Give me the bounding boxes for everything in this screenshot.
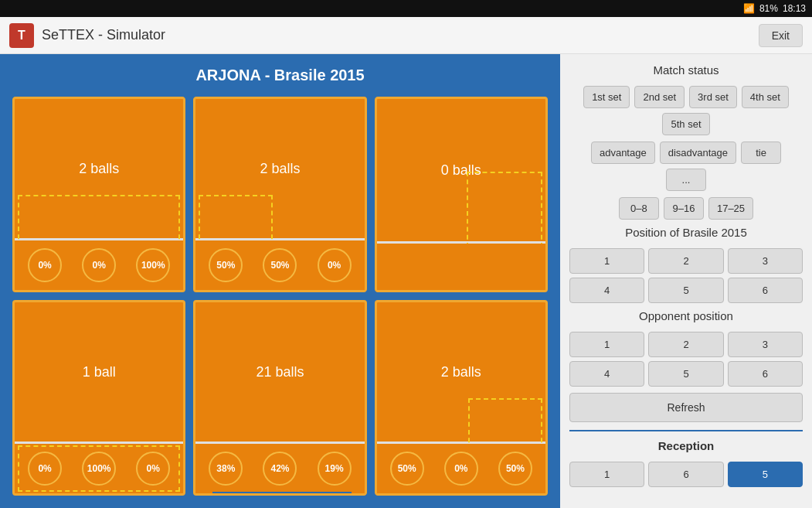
cell-6-title: 2 balls: [377, 302, 545, 442]
cell-5-pct-2: 19%: [318, 452, 352, 486]
disadvantage-button[interactable]: disadvantage: [660, 141, 736, 164]
brasile-position-grid: 1 2 3 4 5 6: [569, 248, 803, 303]
progress-bar-1: [219, 495, 280, 496]
title-bar-left: T SeTTEX - Simulator: [9, 23, 165, 48]
cell-4-pct-0: 0%: [28, 452, 62, 486]
match-status-title: Match status: [569, 63, 803, 77]
grid-container: 2 balls 0% 0% 100% 2 balls 50% 50% 0%: [12, 97, 548, 496]
brasile-pos-1[interactable]: 1: [569, 248, 644, 274]
cell-1-pct-2: 100%: [136, 248, 170, 282]
cell-3[interactable]: 0 balls: [375, 97, 548, 292]
cell-1-bottom: 0% 0% 100%: [15, 240, 183, 290]
brasile-pos-5[interactable]: 5: [648, 278, 723, 303]
status-bar: 📶 81% 18:13: [0, 0, 812, 17]
score-ranges-row: 0–8 9–16 17–25: [569, 197, 803, 220]
cell-2-pct-1: 50%: [263, 248, 297, 282]
score-17-25-button[interactable]: 17–25: [708, 197, 753, 220]
app-icon-letter: T: [18, 29, 25, 43]
reception-title: Reception: [569, 439, 803, 452]
cell-4-pct-2: 0%: [136, 452, 170, 486]
opponent-pos-5[interactable]: 5: [648, 361, 723, 387]
sets-row: 1st set 2nd set 3rd set 4th set 5th set: [569, 86, 803, 135]
score-0-8-button[interactable]: 0–8: [619, 197, 659, 220]
cell-4-title: 1 ball: [15, 302, 183, 442]
tie-button[interactable]: tie: [741, 141, 781, 164]
cell-1-pct-0: 0%: [28, 248, 62, 282]
set-5-button[interactable]: 5th set: [662, 113, 709, 135]
set-2-button[interactable]: 2nd set: [634, 86, 685, 108]
cell-6-pct-0: 50%: [390, 452, 424, 486]
cell-5-bottom: 38% 42% 19%: [195, 444, 364, 493]
divider-line: [569, 430, 803, 431]
brasile-pos-2[interactable]: 2: [648, 248, 723, 274]
cell-3-bottom: [377, 244, 545, 290]
cell-4[interactable]: 1 ball 0% 100% 0%: [12, 300, 185, 496]
exit-button[interactable]: Exit: [759, 24, 803, 47]
brasile-pos-3[interactable]: 3: [728, 248, 803, 274]
main-container: ARJONA - Brasile 2015 2 balls 0% 0% 100%…: [0, 54, 812, 508]
score-9-16-button[interactable]: 9–16: [664, 197, 704, 220]
brasile-pos-6[interactable]: 6: [728, 278, 803, 303]
set-4-button[interactable]: 4th set: [742, 86, 789, 108]
reception-6[interactable]: 6: [648, 462, 723, 487]
app-icon: T: [9, 23, 34, 48]
opponent-pos-4[interactable]: 4: [569, 361, 644, 387]
cell-5[interactable]: 21 balls 38% 42% 19%: [193, 300, 366, 496]
app-title: SeTTEX - Simulator: [42, 27, 165, 43]
cell-5-title: 21 balls: [195, 302, 364, 442]
advantage-button[interactable]: advantage: [591, 141, 655, 164]
reception-1[interactable]: 1: [569, 462, 644, 487]
set-3-button[interactable]: 3rd set: [689, 86, 737, 108]
battery-text: 81%: [759, 3, 778, 14]
opponent-pos-6[interactable]: 6: [728, 361, 803, 387]
status-options-row: advantage disadvantage tie ...: [569, 141, 803, 191]
opponent-pos-2[interactable]: 2: [648, 332, 723, 357]
cell-6[interactable]: 2 balls 50% 0% 50%: [375, 300, 548, 496]
cell-4-pct-1: 100%: [82, 452, 116, 486]
cell-6-bottom: 50% 0% 50%: [377, 444, 545, 493]
reception-5[interactable]: 5: [728, 462, 803, 487]
set-1-button[interactable]: 1st set: [583, 86, 630, 108]
cell-5-progress-bars: [212, 492, 352, 496]
clock-text: 18:13: [783, 3, 806, 14]
wifi-icon: 📶: [743, 3, 755, 14]
cell-4-bottom: 0% 100% 0%: [15, 444, 183, 493]
opponent-pos-3[interactable]: 3: [728, 332, 803, 357]
refresh-button[interactable]: Refresh: [569, 393, 803, 422]
title-bar: T SeTTEX - Simulator Exit: [0, 17, 812, 54]
opponent-position-grid: 1 2 3 4 5 6: [569, 332, 803, 387]
cell-2-pct-2: 0%: [318, 248, 352, 282]
opponent-position-title: Opponent position: [569, 309, 803, 322]
cell-2-bottom: 50% 50% 0%: [195, 240, 364, 290]
simulator-panel: ARJONA - Brasile 2015 2 balls 0% 0% 100%…: [0, 54, 560, 508]
cell-3-title: 0 balls: [377, 99, 545, 241]
progress-bar-2: [284, 495, 345, 496]
cell-2[interactable]: 2 balls 50% 50% 0%: [193, 97, 366, 292]
cell-5-pct-1: 42%: [263, 452, 297, 486]
position-brasile-title: Position of Brasile 2015: [569, 226, 803, 239]
cell-1-title: 2 balls: [15, 99, 183, 238]
cell-2-pct-0: 50%: [209, 248, 243, 282]
right-panel: Match status 1st set 2nd set 3rd set 4th…: [560, 54, 812, 508]
reception-grid: 1 6 5: [569, 462, 803, 487]
cell-6-pct-2: 50%: [498, 452, 532, 486]
cell-6-pct-1: 0%: [444, 452, 478, 486]
simulator-title: ARJONA - Brasile 2015: [12, 66, 548, 84]
cell-1-pct-1: 0%: [82, 248, 116, 282]
cell-5-pct-0: 38%: [209, 452, 243, 486]
brasile-pos-4[interactable]: 4: [569, 278, 644, 303]
cell-2-title: 2 balls: [195, 99, 364, 238]
cell-1[interactable]: 2 balls 0% 0% 100%: [12, 97, 185, 292]
more-button[interactable]: ...: [666, 169, 706, 191]
opponent-pos-1[interactable]: 1: [569, 332, 644, 357]
